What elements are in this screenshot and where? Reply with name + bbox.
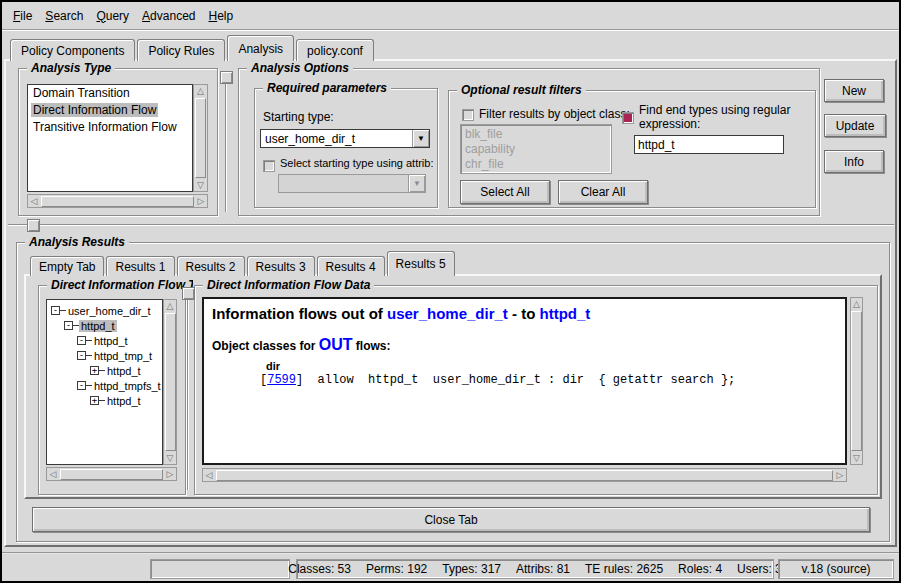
tree-expand-icon[interactable]: - — [64, 321, 73, 330]
menu-advanced[interactable]: Advanced — [140, 8, 197, 24]
flow-data-hscrollbar[interactable]: ◁ ▷ — [202, 468, 847, 482]
regex-input[interactable] — [634, 135, 784, 154]
dropdown-arrow-icon: ▼ — [408, 175, 425, 192]
scroll-left-icon[interactable]: ◁ — [28, 195, 40, 207]
rule-id-link[interactable]: 7599 — [267, 373, 296, 387]
horizontal-sash[interactable] — [8, 224, 894, 226]
flow-data-textarea[interactable]: Information flows out of user_home_dir_t… — [202, 297, 847, 465]
scroll-down-icon[interactable]: ▽ — [164, 452, 176, 464]
horizontal-sash-handle[interactable] — [27, 219, 40, 232]
attrib-checkbox[interactable] — [263, 160, 275, 172]
results-sash[interactable] — [187, 300, 189, 490]
flow-tree-hscrollbar[interactable]: ◁ ▷ — [46, 467, 177, 481]
tree-node[interactable]: +httpd_t — [47, 363, 162, 378]
required-parameters-group-label: Required parameters — [263, 81, 391, 95]
scroll-down-icon[interactable]: ▽ — [194, 179, 207, 191]
update-button[interactable]: Update — [824, 114, 886, 137]
menu-help[interactable]: Help — [206, 8, 235, 24]
start-type-text: user_home_dir_t — [387, 305, 508, 322]
results-tab-bar: Empty Tab Results 1 Results 2 Results 3 … — [30, 251, 457, 276]
object-class-item: chr_file — [465, 157, 611, 172]
flow-tree-group-label: Direct Information Flow T — [47, 278, 193, 292]
tab-policy-rules[interactable]: Policy Rules — [137, 39, 225, 61]
list-item[interactable]: Transitive Information Flow — [28, 119, 192, 136]
list-item[interactable]: Direct Information Flow — [28, 102, 192, 119]
tab-results-2[interactable]: Results 2 — [177, 256, 245, 276]
scroll-right-icon[interactable]: ▷ — [164, 468, 176, 480]
scroll-up-icon[interactable]: △ — [851, 298, 862, 310]
regex-checkbox[interactable] — [622, 112, 634, 124]
scroll-down-icon[interactable]: ▽ — [851, 452, 862, 464]
scroll-thumb[interactable] — [60, 469, 163, 480]
scroll-left-icon[interactable]: ◁ — [47, 468, 59, 480]
flow-tree[interactable]: -user_home_dir_t -httpd_t -httpd_t -http… — [46, 299, 163, 465]
scroll-right-icon[interactable]: ▷ — [834, 469, 846, 481]
tab-results-3[interactable]: Results 3 — [247, 256, 315, 276]
filter-object-class-checkbox[interactable] — [462, 109, 474, 121]
close-tab-button[interactable]: Close Tab — [32, 507, 870, 532]
analysis-type-vscrollbar[interactable]: △ ▽ — [193, 84, 208, 192]
optional-filters-group-label: Optional result filters — [457, 83, 586, 97]
starting-type-value: user_home_dir_t — [261, 132, 412, 146]
scroll-thumb[interactable] — [216, 470, 833, 481]
tab-results-4[interactable]: Results 4 — [317, 256, 385, 276]
tree-node[interactable]: -httpd_tmpfs_t — [47, 378, 162, 393]
tree-node[interactable]: -httpd_tmp_t — [47, 348, 162, 363]
info-button[interactable]: Info — [824, 150, 884, 173]
rule-line: [7599] allow httpd_t user_home_dir_t : d… — [260, 373, 845, 387]
scroll-left-icon[interactable]: ◁ — [203, 469, 215, 481]
vertical-sash[interactable] — [225, 84, 227, 212]
app-window: File Search Query Advanced Help Policy C… — [0, 0, 901, 583]
tree-node[interactable]: -httpd_t — [47, 318, 162, 333]
results-sash-handle[interactable] — [182, 287, 195, 300]
menu-search[interactable]: Search — [43, 8, 85, 24]
select-all-button[interactable]: Select All — [460, 180, 550, 204]
analysis-results-group-label: Analysis Results — [25, 235, 129, 249]
clear-all-button[interactable]: Clear All — [558, 180, 648, 204]
starting-type-label: Starting type: — [263, 110, 334, 124]
tree-node[interactable]: -user_home_dir_t — [47, 303, 162, 318]
tree-expand-icon[interactable]: + — [90, 366, 99, 375]
menu-file[interactable]: File — [11, 8, 34, 24]
tree-expand-icon[interactable]: - — [77, 381, 86, 390]
scroll-up-icon[interactable]: △ — [194, 85, 207, 97]
scroll-right-icon[interactable]: ▷ — [195, 195, 207, 207]
scroll-thumb[interactable] — [851, 311, 862, 451]
tree-node[interactable]: -httpd_t — [47, 333, 162, 348]
dropdown-arrow-icon[interactable]: ▼ — [412, 130, 429, 147]
stat-users: Users: 3 — [737, 562, 782, 576]
version-text: v.18 (source) — [801, 562, 870, 576]
scroll-thumb[interactable] — [195, 98, 206, 178]
tab-empty[interactable]: Empty Tab — [30, 256, 104, 276]
vertical-sash-handle[interactable] — [220, 71, 233, 84]
new-button[interactable]: New — [824, 79, 884, 102]
tree-node[interactable]: +httpd_t — [47, 393, 162, 408]
menu-bar: File Search Query Advanced Help — [2, 2, 899, 30]
tab-policy-components[interactable]: Policy Components — [10, 39, 135, 61]
stat-types: Types: 317 — [442, 562, 501, 576]
tree-expand-icon[interactable]: - — [77, 351, 86, 360]
starting-type-combobox[interactable]: user_home_dir_t ▼ — [260, 129, 430, 148]
regex-checkbox-label: Find end types using regular expression: — [639, 103, 790, 131]
flow-subheading: Object classes for OUT flows: — [212, 336, 845, 354]
tree-expand-icon[interactable]: - — [51, 306, 60, 315]
menu-query[interactable]: Query — [94, 8, 131, 24]
tab-analysis[interactable]: Analysis — [227, 35, 294, 61]
scroll-up-icon[interactable]: △ — [164, 300, 176, 312]
scroll-thumb[interactable] — [165, 313, 176, 451]
analysis-type-listbox[interactable]: Domain Transition Direct Information Flo… — [27, 84, 193, 192]
scroll-thumb[interactable] — [41, 196, 194, 207]
tree-expand-icon[interactable]: + — [90, 396, 99, 405]
flow-heading: Information flows out of user_home_dir_t… — [212, 305, 845, 322]
tree-expand-icon[interactable]: - — [77, 336, 86, 345]
flow-data-vscrollbar[interactable]: △ ▽ — [850, 297, 863, 465]
stat-attribs: Attribs: 81 — [516, 562, 570, 576]
tab-results-5[interactable]: Results 5 — [387, 251, 455, 276]
tab-policy-conf[interactable]: policy.conf — [296, 39, 374, 61]
flow-tree-vscrollbar[interactable]: △ ▽ — [163, 299, 177, 465]
filter-object-class-label: Filter results by object class: — [479, 107, 630, 121]
status-panel-empty — [150, 559, 290, 579]
analysis-type-hscrollbar[interactable]: ◁ ▷ — [27, 194, 208, 208]
list-item[interactable]: Domain Transition — [28, 85, 192, 102]
tab-results-1[interactable]: Results 1 — [106, 256, 174, 276]
